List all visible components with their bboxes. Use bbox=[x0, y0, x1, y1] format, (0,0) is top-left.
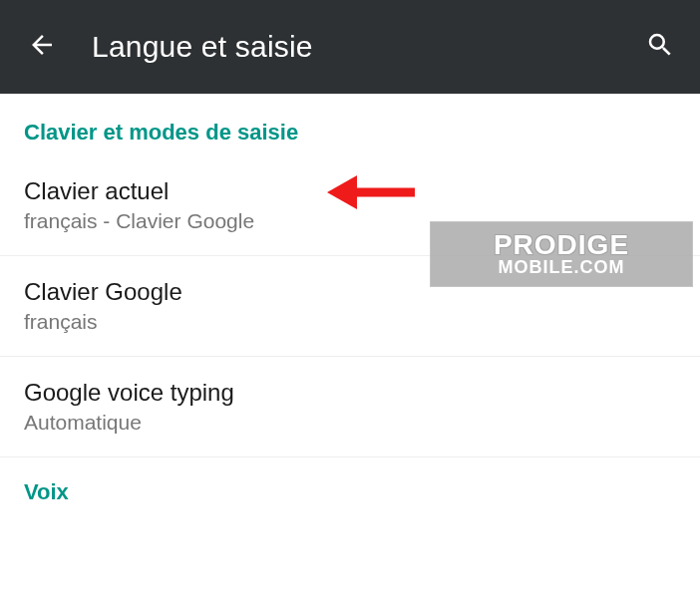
list-item-current-keyboard[interactable]: Clavier actuel français - Clavier Google bbox=[0, 155, 700, 256]
list-item-subtitle: français bbox=[24, 310, 676, 334]
content: Clavier et modes de saisie Clavier actue… bbox=[0, 94, 700, 515]
list-item-title: Google voice typing bbox=[24, 379, 676, 407]
section-header-keyboard: Clavier et modes de saisie bbox=[0, 94, 700, 155]
app-bar: Langue et saisie bbox=[0, 0, 700, 94]
list-item-google-keyboard[interactable]: Clavier Google français bbox=[0, 256, 700, 357]
section-header-voice: Voix bbox=[0, 457, 700, 515]
list-item-subtitle: Automatique bbox=[24, 411, 676, 435]
arrow-back-icon bbox=[27, 30, 57, 64]
list-item-title: Clavier Google bbox=[24, 278, 676, 306]
back-button[interactable] bbox=[22, 27, 62, 67]
list-item-google-voice-typing[interactable]: Google voice typing Automatique bbox=[0, 357, 700, 457]
search-button[interactable] bbox=[638, 25, 682, 69]
search-icon bbox=[645, 30, 675, 64]
list-item-title: Clavier actuel bbox=[24, 177, 676, 205]
page-title: Langue et saisie bbox=[92, 30, 638, 64]
list-item-subtitle: français - Clavier Google bbox=[24, 209, 676, 233]
